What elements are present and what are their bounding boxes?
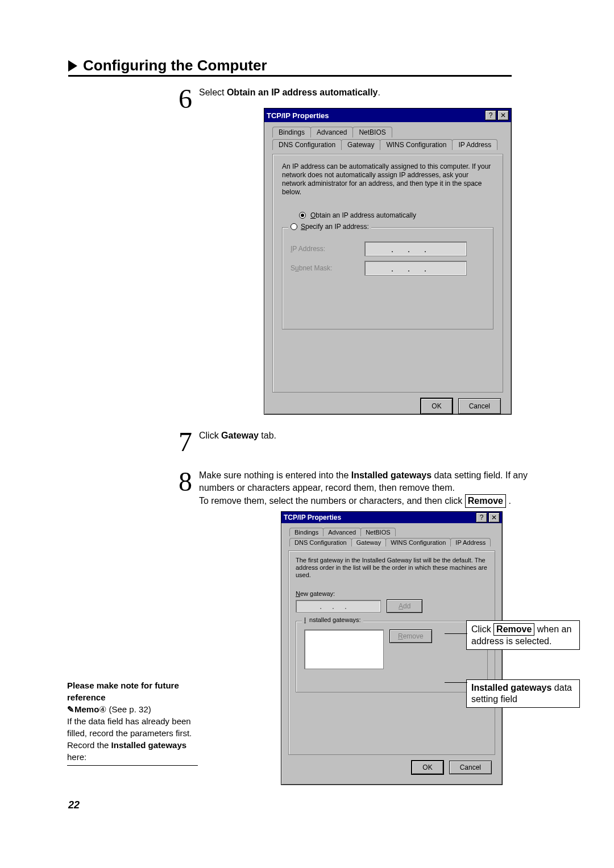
cancel-button[interactable]: Cancel [449,761,492,774]
t-bold: Obtain an IP address automatically [227,87,378,97]
step-text: Select Obtain an IP address automaticall… [199,86,380,99]
mask-row: Subnet Mask: Subnet Mask: ... [291,261,485,276]
t: Record the [67,740,111,750]
radio-specify-row[interactable]: Specify an IP address: Specify an IP add… [288,223,371,231]
title-bar: TCP/IP Properties ? ✕ [281,512,502,523]
t-bold: Gateway [221,431,259,440]
dialog-body: Bindings Advanced NetBIOS DNS Configurat… [264,122,511,424]
help-button[interactable]: ? [476,512,487,523]
ip-address-field[interactable]: ... [364,241,467,256]
radio-specify-label: Specify an IP address: [301,223,369,231]
dialog-footer: OK Cancel [286,761,492,774]
tab-netbios[interactable]: NetBIOS [360,528,395,536]
installed-label: Installed gateways: [302,616,363,623]
tab-bindings[interactable]: Bindings [289,528,323,536]
add-button[interactable]: Add [387,599,422,613]
t: Click [471,624,493,634]
tab-advanced[interactable]: Advanced [310,127,353,137]
tcpip-dialog-1: TCP/IP Properties ? ✕ Bindings Advanced … [264,108,512,415]
new-gateway-field[interactable]: ... [296,600,381,612]
tab-panel-ipaddress: An IP address can be automatically assig… [272,154,503,393]
remove-button-ref: Remove [465,494,506,508]
t: here: [67,752,86,762]
memo-label: ✎Memo④ [67,704,106,714]
tab-bindings[interactable]: Bindings [272,127,311,137]
window-title: TCP/IP Properties [267,111,484,120]
callout-leader [445,682,467,683]
tab-advanced[interactable]: Advanced [323,528,361,536]
callout-click-remove: Click Remove when an address is selected… [466,620,580,650]
write-line [67,765,198,766]
close-button[interactable]: ✕ [497,110,509,120]
callout-leader [445,633,467,634]
specify-group: Specify an IP address: Specify an IP add… [282,227,493,329]
info-text: The first gateway in the Installed Gatew… [296,557,488,579]
note-body: If the data field has already been fille… [67,716,192,738]
ok-button[interactable]: OK [421,398,452,414]
t: Click [199,431,221,440]
t: tab. [259,431,276,440]
note-heading: Please make note for future reference [67,681,179,702]
window-title: TCP/IP Properties [284,514,475,521]
arrow-icon [68,60,77,72]
remove-button-ref: Remove [493,623,534,636]
side-note: Please make note for future reference ✎M… [67,679,198,766]
step-number: 6 [179,86,192,111]
dialog-footer: OK Cancel [269,398,501,414]
tab-strip: Bindings Advanced NetBIOS DNS Configurat… [269,127,507,154]
tab-gateway[interactable]: Gateway [351,538,386,546]
tab-panel-gateway: The first gateway in the Installed Gatew… [288,550,495,755]
help-button[interactable]: ? [485,110,496,120]
ip-label: IP Address: [291,245,359,253]
radio-auto-row[interactable]: OObtain an IP address automaticallybtain… [299,211,493,219]
t: . [378,87,380,97]
title-underline [68,75,512,77]
remove-button[interactable]: Remove [389,629,432,643]
t-bold: Installed gateways [471,683,551,692]
t: . [506,496,511,506]
tab-dns[interactable]: DNS Configuration [272,139,342,150]
tab-ipaddress[interactable]: IP Address [450,538,491,546]
section-header: Configuring the Computer [68,57,267,74]
tab-dns[interactable]: DNS Configuration [289,538,352,546]
cancel-button[interactable]: Cancel [458,398,501,414]
title-bar: TCP/IP Properties ? ✕ [264,108,511,122]
step-number: 7 [179,429,192,454]
info-text: An IP address can be automatically assig… [282,162,493,197]
page-title: Configuring the Computer [83,57,267,74]
t: Select [199,87,227,97]
mask-label: Subnet Mask: [291,264,359,272]
callout-installed-field: Installed gateways data setting field [466,679,580,708]
tab-wins[interactable]: WINS Configuration [380,139,453,150]
memo-ref: (See p. 32) [106,704,151,714]
t-bold: Installed gateways [351,470,432,480]
tab-ipaddress[interactable]: IP Address [452,139,497,150]
step-number: 8 [179,469,192,494]
radio-auto-label: OObtain an IP address automaticallybtain… [310,211,416,219]
radio-off-icon[interactable] [291,223,297,230]
t-bold: Installed gateways [111,740,187,750]
t: Make sure nothing is entered into the [199,470,351,480]
step-text: Click Gateway tab. [199,429,276,442]
new-gateway-label: New gateway: [296,590,488,597]
ok-button[interactable]: OK [412,761,443,774]
tab-strip: Bindings Advanced NetBIOS DNS Configurat… [286,528,497,550]
page-number: 22 [68,799,80,811]
t: To remove them, select the numbers or ch… [199,496,465,506]
tab-wins[interactable]: WINS Configuration [385,538,451,546]
ip-row: IP Address: IP Address: ... [291,241,485,256]
step-8: 8 Make sure nothing is entered into the … [179,469,557,508]
step-7: 7 Click Gateway tab. [179,429,514,454]
tab-gateway[interactable]: Gateway [341,139,380,150]
radio-on-icon[interactable] [299,212,306,219]
subnet-mask-field[interactable]: ... [364,261,467,276]
close-button[interactable]: ✕ [488,512,500,523]
step-text: Make sure nothing is entered into the In… [199,469,540,508]
dialog-body: Bindings Advanced NetBIOS DNS Configurat… [281,523,502,784]
installed-gateways-list[interactable] [304,629,384,669]
tab-netbios[interactable]: NetBIOS [352,127,392,137]
